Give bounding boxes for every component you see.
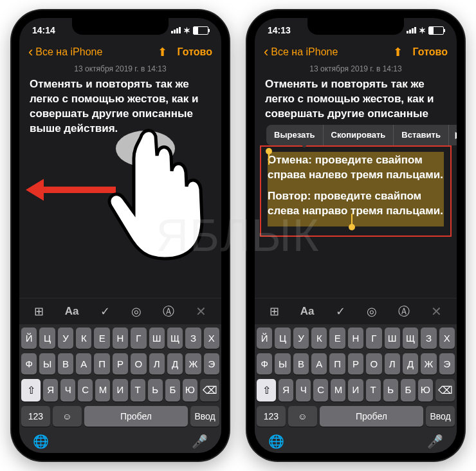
- keyboard[interactable]: ЙЦУКЕНГШЩЗХ ФЫВАПРОЛДЖЭ ⇧ ЯЧСМИТЬБЮ ⌫ 12…: [19, 324, 221, 453]
- delete-key[interactable]: ⌫: [435, 379, 455, 402]
- note-body[interactable]: Отменять и повторять так же легко с помо…: [19, 77, 221, 298]
- emoji-key[interactable]: ☺: [53, 406, 82, 427]
- key-Р[interactable]: Р: [113, 353, 128, 374]
- key-Г[interactable]: Г: [131, 328, 146, 349]
- key-Ж[interactable]: Ж: [421, 353, 436, 374]
- key-П[interactable]: П: [329, 353, 345, 374]
- share-icon[interactable]: ⬆︎: [158, 45, 167, 59]
- markup-icon[interactable]: Ⓐ: [163, 304, 174, 319]
- key-З[interactable]: З: [421, 328, 436, 349]
- key-И[interactable]: И: [348, 379, 363, 402]
- mic-icon[interactable]: 🎤: [192, 434, 208, 449]
- key-Г[interactable]: Г: [366, 328, 381, 349]
- key-Я[interactable]: Я: [279, 379, 293, 402]
- key-У[interactable]: У: [58, 328, 73, 349]
- key-Ж[interactable]: Ж: [185, 353, 201, 374]
- done-button[interactable]: Готово: [413, 46, 448, 58]
- done-button[interactable]: Готово: [178, 46, 212, 58]
- enter-key[interactable]: Ввод: [190, 406, 219, 427]
- ctx-copy[interactable]: Скопировать: [324, 125, 394, 145]
- key-Ю[interactable]: Ю: [418, 379, 433, 402]
- delete-key[interactable]: ⌫: [200, 379, 219, 402]
- ctx-more-icon[interactable]: ▶: [449, 125, 457, 145]
- globe-icon[interactable]: 🌐: [33, 434, 49, 449]
- key-Р[interactable]: Р: [348, 353, 363, 374]
- key-Х[interactable]: Х: [439, 328, 455, 349]
- key-Е[interactable]: Е: [94, 328, 109, 349]
- context-menu[interactable]: Вырезать Скопировать Вставить ▶: [266, 125, 457, 145]
- mic-icon[interactable]: 🎤: [427, 434, 443, 449]
- close-icon[interactable]: ✕: [431, 304, 442, 319]
- key-Щ[interactable]: Щ: [167, 328, 183, 349]
- close-icon[interactable]: ✕: [196, 304, 206, 319]
- key-Э[interactable]: Э: [204, 353, 219, 374]
- key-Ц[interactable]: Ц: [275, 328, 290, 349]
- key-М[interactable]: М: [95, 379, 110, 402]
- key-О[interactable]: О: [131, 353, 146, 374]
- emoji-key[interactable]: ☺: [288, 406, 317, 427]
- key-З[interactable]: З: [185, 328, 201, 349]
- key-О[interactable]: О: [366, 353, 381, 374]
- key-Д[interactable]: Д: [403, 353, 418, 374]
- selection-handle-end[interactable]: [349, 224, 355, 230]
- space-key[interactable]: Пробел: [84, 406, 188, 427]
- markup-icon[interactable]: Ⓐ: [398, 304, 410, 319]
- key-Э[interactable]: Э: [439, 353, 455, 374]
- key-С[interactable]: С: [78, 379, 93, 402]
- space-key[interactable]: Пробел: [320, 406, 423, 427]
- key-Ь[interactable]: Ь: [148, 379, 163, 402]
- key-Я[interactable]: Я: [43, 379, 58, 402]
- key-К[interactable]: К: [311, 328, 327, 349]
- key-А[interactable]: А: [311, 353, 327, 374]
- numbers-key[interactable]: 123: [21, 406, 50, 427]
- key-Л[interactable]: Л: [149, 353, 165, 374]
- format-icon[interactable]: Aa: [65, 305, 79, 318]
- table-icon[interactable]: ⊞: [34, 304, 44, 319]
- format-icon[interactable]: Aa: [300, 305, 315, 318]
- checklist-icon[interactable]: ✓: [100, 304, 110, 319]
- key-Ч[interactable]: Ч: [60, 379, 75, 402]
- key-Б[interactable]: Б: [165, 379, 180, 402]
- key-И[interactable]: И: [113, 379, 127, 402]
- keyboard[interactable]: ЙЦУКЕНГШЩЗХ ФЫВАПРОЛДЖЭ ⇧ ЯЧСМИТЬБЮ ⌫ 12…: [255, 324, 457, 453]
- note-body[interactable]: Отменять и повторять так же легко с помо…: [255, 77, 457, 298]
- numbers-key[interactable]: 123: [257, 406, 286, 427]
- back-button[interactable]: ‹ Все на iPhone: [28, 45, 102, 59]
- key-А[interactable]: А: [76, 353, 91, 374]
- key-Ы[interactable]: Ы: [39, 353, 55, 374]
- key-Ш[interactable]: Ш: [149, 328, 165, 349]
- camera-icon[interactable]: ◎: [367, 304, 377, 319]
- shift-key[interactable]: ⇧: [257, 379, 276, 402]
- key-Т[interactable]: Т: [131, 379, 145, 402]
- key-Й[interactable]: Й: [21, 328, 37, 349]
- key-Й[interactable]: Й: [257, 328, 272, 349]
- checklist-icon[interactable]: ✓: [336, 304, 345, 319]
- key-В[interactable]: В: [58, 353, 73, 374]
- key-В[interactable]: В: [293, 353, 309, 374]
- key-Ц[interactable]: Ц: [39, 328, 55, 349]
- key-Т[interactable]: Т: [366, 379, 381, 402]
- key-Л[interactable]: Л: [385, 353, 400, 374]
- key-У[interactable]: У: [293, 328, 309, 349]
- key-П[interactable]: П: [94, 353, 109, 374]
- key-М[interactable]: М: [331, 379, 345, 402]
- key-Ф[interactable]: Ф: [21, 353, 37, 374]
- key-Д[interactable]: Д: [167, 353, 183, 374]
- table-icon[interactable]: ⊞: [270, 304, 279, 319]
- key-Н[interactable]: Н: [113, 328, 128, 349]
- key-С[interactable]: С: [313, 379, 328, 402]
- back-button[interactable]: ‹ Все на iPhone: [264, 45, 338, 59]
- key-Б[interactable]: Б: [401, 379, 416, 402]
- selected-text[interactable]: Отмена: проведите свайпом справа налево …: [268, 152, 444, 226]
- key-Щ[interactable]: Щ: [403, 328, 418, 349]
- share-icon[interactable]: ⬆︎: [393, 45, 403, 59]
- key-Ф[interactable]: Ф: [257, 353, 272, 374]
- shift-key[interactable]: ⇧: [21, 379, 41, 402]
- enter-key[interactable]: Ввод: [426, 406, 455, 427]
- key-Е[interactable]: Е: [329, 328, 345, 349]
- camera-icon[interactable]: ◎: [131, 304, 142, 319]
- key-Ш[interactable]: Ш: [385, 328, 400, 349]
- key-Н[interactable]: Н: [348, 328, 363, 349]
- key-Ы[interactable]: Ы: [275, 353, 290, 374]
- key-Ю[interactable]: Ю: [183, 379, 197, 402]
